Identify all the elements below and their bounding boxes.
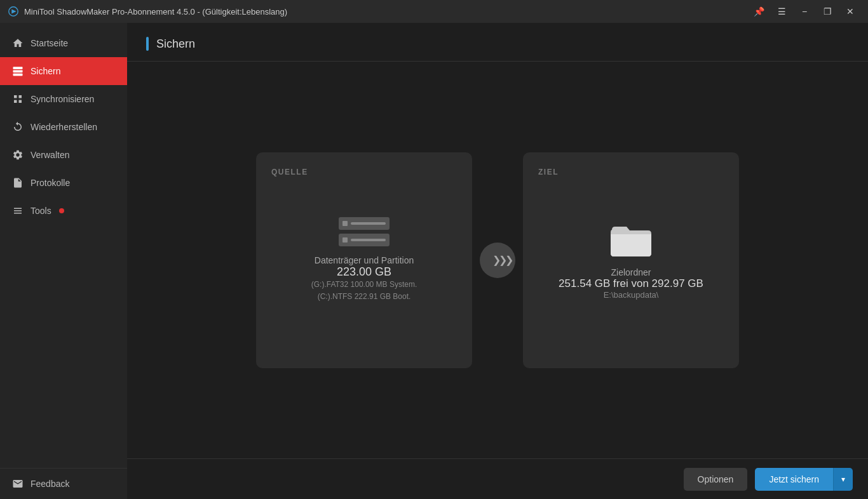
sidebar-label-tools: Tools: [31, 206, 51, 216]
options-button[interactable]: Optionen: [684, 468, 748, 491]
tools-notification-dot: [59, 208, 64, 213]
svg-marker-1: [11, 9, 16, 13]
page-title-accent: [146, 37, 149, 51]
target-path: E:\backupdata\: [604, 290, 659, 300]
arrow-circle: ❯❯❯: [480, 243, 515, 278]
source-detail-line1: (G:).FAT32 100.00 MB System.: [311, 280, 417, 289]
sidebar-label-startseite: Startseite: [31, 38, 68, 48]
source-size: 223.00 GB: [337, 265, 391, 279]
sidebar-item-protokolle[interactable]: Protokolle: [0, 169, 127, 197]
bottom-bar: Optionen Jetzt sichern ▾: [127, 458, 868, 499]
sidebar: Startseite Sichern Synchronisieren Wiede…: [0, 23, 127, 499]
source-card[interactable]: QUELLE Datenträger und Partition 223.00 …: [256, 152, 472, 368]
sidebar-item-wiederherstellen[interactable]: Wiederherstellen: [0, 113, 127, 141]
sidebar-label-sichern: Sichern: [31, 66, 60, 76]
close-button[interactable]: ✕: [840, 3, 860, 20]
cards-area: QUELLE Datenträger und Partition 223.00 …: [127, 62, 868, 458]
sidebar-label-verwalten: Verwalten: [31, 150, 69, 160]
source-detail-line2: (C:).NTFS 222.91 GB Boot.: [318, 292, 411, 301]
feedback-button[interactable]: Feedback: [11, 477, 116, 490]
svg-point-6: [20, 71, 22, 72]
drive-bar-line-bottom: [351, 239, 386, 241]
sidebar-footer: Feedback: [0, 468, 127, 499]
menu-button[interactable]: ☰: [771, 3, 792, 20]
mail-icon: [11, 477, 24, 490]
drive-bar-bottom: [339, 234, 390, 246]
backup-dropdown-button[interactable]: ▾: [833, 468, 853, 491]
backup-now-button[interactable]: Jetzt sichern: [755, 468, 833, 491]
minimize-button[interactable]: −: [794, 3, 815, 20]
home-icon: [11, 37, 24, 50]
titlebar-title: MiniTool ShadowMaker Pro-Abonnement 4.5.…: [24, 7, 287, 17]
pin-button[interactable]: 📌: [749, 3, 769, 20]
sidebar-item-verwalten[interactable]: Verwalten: [0, 141, 127, 169]
sidebar-label-wiederherstellen: Wiederherstellen: [31, 122, 97, 132]
target-description: Zielordner: [611, 267, 651, 277]
backup-icon: [11, 65, 24, 77]
page-title: Sichern: [156, 37, 195, 51]
source-detail: (G:).FAT32 100.00 MB System. (C:).NTFS 2…: [311, 279, 417, 303]
target-free-space: 251.54 GB frei von 292.97 GB: [559, 277, 703, 290]
titlebar-left: MiniTool ShadowMaker Pro-Abonnement 4.5.…: [8, 6, 287, 17]
sidebar-item-synchronisieren[interactable]: Synchronisieren: [0, 85, 127, 113]
target-section-title: ZIEL: [538, 168, 559, 176]
sidebar-item-sichern[interactable]: Sichern: [0, 57, 127, 85]
drive-bar-line-top: [351, 222, 386, 225]
folder-icon: [609, 220, 653, 258]
feedback-label: Feedback: [31, 479, 69, 489]
drive-icon: [339, 217, 390, 246]
backup-button-group: Jetzt sichern ▾: [755, 468, 853, 491]
sidebar-item-tools[interactable]: Tools: [0, 197, 127, 225]
minitool-icon: [8, 6, 19, 17]
restore-icon: [11, 121, 24, 133]
source-section-title: QUELLE: [271, 168, 308, 176]
sidebar-label-protokolle: Protokolle: [31, 178, 70, 188]
drive-bar-top: [339, 217, 390, 230]
titlebar: MiniTool ShadowMaker Pro-Abonnement 4.5.…: [0, 0, 868, 23]
log-icon: [11, 176, 24, 189]
main-container: Startseite Sichern Synchronisieren Wiede…: [0, 23, 868, 499]
content-area: Sichern QUELLE Datenträger und Partition…: [127, 23, 868, 499]
sidebar-nav: Startseite Sichern Synchronisieren Wiede…: [0, 23, 127, 468]
svg-point-7: [20, 74, 22, 76]
page-header: Sichern: [127, 23, 868, 62]
sidebar-item-startseite[interactable]: Startseite: [0, 29, 127, 57]
tools-icon: [11, 204, 24, 217]
target-card[interactable]: ZIEL Zielordner 251.54 GB frei von 292.9…: [523, 152, 739, 368]
manage-icon: [11, 149, 24, 161]
svg-point-5: [20, 67, 22, 69]
source-description: Datenträger und Partition: [315, 255, 414, 265]
arrow-connector: ❯❯❯: [472, 243, 523, 278]
sidebar-label-synchronisieren: Synchronisieren: [31, 94, 94, 104]
titlebar-controls: 📌 ☰ − ❐ ✕: [749, 3, 860, 20]
sync-icon: [11, 93, 24, 105]
restore-button[interactable]: ❐: [817, 3, 837, 20]
arrow-symbol: ❯❯❯: [489, 254, 512, 266]
